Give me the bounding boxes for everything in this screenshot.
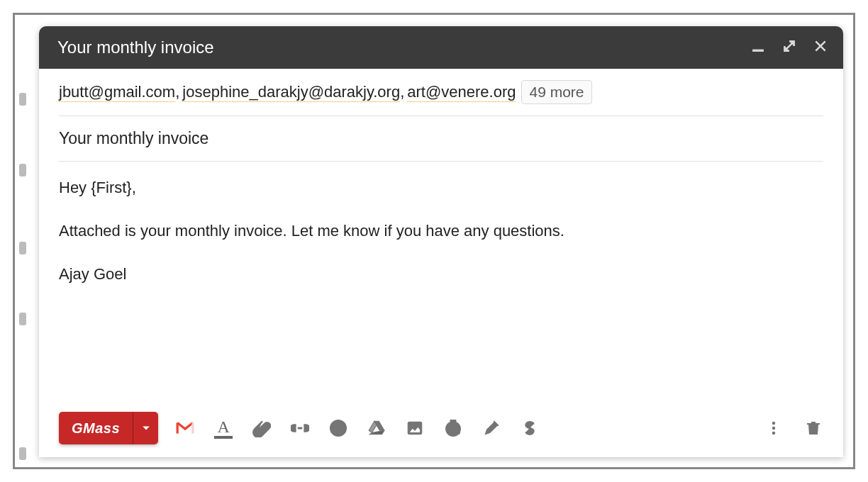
drive-icon[interactable] <box>367 418 386 438</box>
subject-field[interactable]: Your monthly invoice <box>59 116 823 162</box>
link-icon[interactable] <box>290 418 310 438</box>
svg-point-7 <box>772 422 775 425</box>
recipients-more-chip[interactable]: 49 more <box>521 80 591 104</box>
confidential-icon[interactable] <box>443 418 463 438</box>
body-line: Ajay Goel <box>59 262 823 286</box>
svg-rect-0 <box>753 50 764 52</box>
dollar-icon[interactable] <box>520 418 540 438</box>
compose-title: Your monthly invoice <box>57 38 751 57</box>
fullscreen-icon[interactable] <box>782 39 796 56</box>
svg-rect-6 <box>455 430 460 435</box>
recipient-chip[interactable]: josephine_darakjy@darakjy.org <box>182 83 400 102</box>
pen-icon[interactable] <box>482 418 501 438</box>
svg-point-8 <box>772 427 775 430</box>
paperclip-icon[interactable] <box>252 418 272 438</box>
close-icon[interactable] <box>813 39 828 56</box>
gmass-dropdown[interactable] <box>133 412 158 444</box>
body-line: Attached is your monthly invoice. Let me… <box>59 219 823 242</box>
gmass-send-button[interactable]: GMass <box>59 412 158 444</box>
gmail-icon[interactable] <box>175 418 195 438</box>
minimize-icon[interactable] <box>751 39 765 56</box>
recipient-chip[interactable]: art@venere.org <box>407 83 516 102</box>
photo-icon[interactable] <box>405 418 425 438</box>
body-line: Hey {First}, <box>59 176 823 199</box>
svg-point-1 <box>330 420 346 436</box>
compose-window: Your monthly invoice jbutt@gmail.com, jo… <box>39 26 843 457</box>
emoji-icon[interactable] <box>328 418 348 438</box>
background-fragment <box>15 72 36 453</box>
format-text-icon[interactable]: A <box>213 418 233 438</box>
more-vert-icon[interactable] <box>764 418 784 438</box>
svg-point-2 <box>335 425 337 427</box>
gmass-label: GMass <box>59 412 133 444</box>
message-body[interactable]: Hey {First}, Attached is your monthly in… <box>59 162 823 402</box>
trash-icon[interactable] <box>803 418 823 438</box>
svg-point-3 <box>340 425 342 427</box>
compose-header: Your monthly invoice <box>39 26 843 69</box>
recipients-field[interactable]: jbutt@gmail.com, josephine_darakjy@darak… <box>59 69 823 116</box>
svg-point-9 <box>772 432 775 435</box>
recipient-chip[interactable]: jbutt@gmail.com <box>59 83 175 102</box>
compose-toolbar: GMass A <box>39 402 843 457</box>
